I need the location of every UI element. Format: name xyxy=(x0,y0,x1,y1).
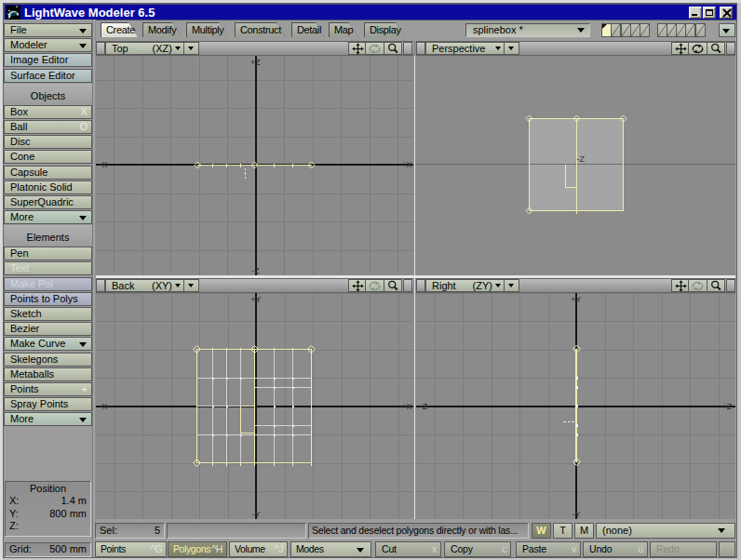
sidebar-item-platonic-solid[interactable]: Platonic Solid xyxy=(4,180,92,194)
tab-display[interactable]: Display xyxy=(364,22,405,37)
rotate-button-disabled[interactable] xyxy=(366,42,384,55)
viewport-divider-horizontal[interactable] xyxy=(96,275,735,278)
rotate-button-disabled[interactable] xyxy=(366,279,384,292)
sidebar-item-label: Modeler xyxy=(10,39,47,50)
mode-volume-button[interactable]: Volume^J xyxy=(229,541,288,557)
sidebar-item-surface-editor[interactable]: Surface Editor xyxy=(4,69,92,83)
sidebar-item-make-pol[interactable]: Make Pol xyxy=(4,277,92,291)
viewport-perspective-canvas[interactable]: -Z xyxy=(416,56,735,275)
sidebar-item-more-objects[interactable]: More xyxy=(4,210,92,224)
layer-dropdown-button[interactable] xyxy=(719,23,735,37)
rotate-button[interactable] xyxy=(689,42,707,55)
zoom-button[interactable] xyxy=(384,42,402,55)
copy-button[interactable]: Copyc xyxy=(444,541,511,557)
paste-button[interactable]: Pastev xyxy=(516,541,581,557)
sidebar-item-make-curve[interactable]: Make Curve xyxy=(4,337,92,351)
sidebar-item-ball[interactable]: BallO xyxy=(4,120,92,134)
sidebar-item-skelegons[interactable]: Skelegons xyxy=(4,353,92,367)
sidebar-item-spray-points[interactable]: Spray Points xyxy=(4,397,92,411)
zoom-button[interactable] xyxy=(707,279,725,292)
maximize-button[interactable] xyxy=(703,7,716,19)
object-selector[interactable]: splinebox * xyxy=(465,23,590,37)
tab-map[interactable]: Map xyxy=(329,22,358,37)
sidebar-item-label: More xyxy=(10,211,34,222)
sidebar-item-modeler[interactable]: Modeler xyxy=(4,38,92,52)
cut-button[interactable]: Cutx xyxy=(375,541,441,557)
chevron-down-icon xyxy=(175,47,181,50)
vertex-map-dropdown[interactable]: (none) xyxy=(596,523,735,539)
viewport-handle[interactable] xyxy=(726,42,735,55)
sidebar-item-label: Spray Points xyxy=(10,398,68,409)
zoom-button[interactable] xyxy=(707,42,725,55)
mode-points-button[interactable]: Points^G xyxy=(95,541,167,557)
viewport-handle[interactable] xyxy=(416,42,425,55)
sidebar-item-pen[interactable]: Pen xyxy=(4,247,92,260)
sidebar-item-points[interactable]: Points+ xyxy=(4,382,92,396)
sidebar-item-superquadric[interactable]: SuperQuadric xyxy=(4,195,92,209)
morph-mode-button[interactable]: M xyxy=(574,523,594,539)
modes-dropdown-button[interactable]: Modes xyxy=(290,541,371,557)
close-button[interactable] xyxy=(720,7,733,19)
sidebar-item-text[interactable]: Text xyxy=(4,261,92,275)
sidebar-item-more-elements[interactable]: More xyxy=(4,412,92,426)
viewport-handle[interactable] xyxy=(96,279,105,292)
tab-multiply[interactable]: Multiply xyxy=(186,22,228,37)
sidebar-item-image-editor[interactable]: Image Editor xyxy=(4,53,92,67)
viewport-top-canvas[interactable]: +Z -Z -X +X xyxy=(96,56,413,275)
title-bar[interactable]: LightWave Modeler 6.5 xyxy=(4,4,737,20)
sidebar-item-metaballs[interactable]: Metaballs xyxy=(4,367,92,381)
viewport-back-canvas[interactable]: +Y -Y -X +X xyxy=(96,293,413,519)
texture-mode-button[interactable]: T xyxy=(553,523,573,539)
redo-button[interactable]: Redo xyxy=(650,541,717,557)
viewport-style-dropdown[interactable] xyxy=(184,42,199,55)
selection-count-box: Sel: 5 xyxy=(95,523,165,539)
viewport-divider-vertical[interactable] xyxy=(413,56,416,519)
viewport-type-dropdown-perspective[interactable]: Perspective xyxy=(425,42,505,55)
viewport-handle[interactable] xyxy=(96,42,105,55)
viewport-type-dropdown-right[interactable]: Right (ZY) xyxy=(425,279,505,292)
tab-modify[interactable]: Modify xyxy=(142,22,182,37)
rotate-button-disabled[interactable] xyxy=(689,279,707,292)
pan-button[interactable] xyxy=(671,42,689,55)
weight-mode-button[interactable]: W xyxy=(532,523,551,539)
tab-construct[interactable]: Construct xyxy=(235,22,286,37)
sidebar-item-sketch[interactable]: Sketch xyxy=(4,307,92,321)
undo-button[interactable]: Undou xyxy=(583,541,648,557)
sidebar-item-disc[interactable]: Disc xyxy=(4,135,92,149)
spacer-button[interactable] xyxy=(719,541,735,557)
pan-button[interactable] xyxy=(348,42,366,55)
viewport-type-dropdown-back[interactable]: Back (XY) xyxy=(105,279,184,292)
tab-label: Construct xyxy=(240,23,281,36)
sidebar-item-cone[interactable]: Cone xyxy=(4,150,92,164)
layer-button-10[interactable] xyxy=(695,23,706,37)
viewport-style-dropdown[interactable] xyxy=(505,42,519,55)
viewport-handle[interactable] xyxy=(726,279,735,292)
shortcut-label: x xyxy=(432,542,437,556)
status-field[interactable] xyxy=(167,523,306,539)
pan-button[interactable] xyxy=(348,279,366,292)
tab-detail[interactable]: Detail xyxy=(291,22,325,37)
viewport-handle[interactable] xyxy=(403,279,412,292)
tab-create[interactable]: Create xyxy=(101,22,138,37)
grid-label: Grid: xyxy=(9,543,32,556)
layer-button-5[interactable] xyxy=(640,23,650,37)
mode-polygons-button[interactable]: Polygons^H xyxy=(168,541,227,557)
viewport-handle[interactable] xyxy=(416,279,425,292)
sidebar-item-bezier[interactable]: Bezier xyxy=(4,322,92,336)
sidebar-item-capsule[interactable]: Capsule xyxy=(4,166,92,180)
position-x-value: 1.4 m xyxy=(61,495,87,508)
tab-label: Map xyxy=(334,23,353,36)
minimize-icon xyxy=(692,14,697,16)
viewport-type-dropdown-top[interactable]: Top (XZ) xyxy=(105,42,184,55)
sidebar-item-points-to-polys[interactable]: Points to Polys xyxy=(4,292,92,306)
viewport-style-dropdown[interactable] xyxy=(184,279,199,292)
minimize-button[interactable] xyxy=(689,7,702,19)
pan-button[interactable] xyxy=(671,279,689,292)
viewport-right-canvas[interactable]: +Y -Y -Z +Z xyxy=(416,293,735,519)
sidebar-item-box[interactable]: BoxX xyxy=(4,105,92,119)
viewport-handle[interactable] xyxy=(403,42,412,55)
viewport-style-dropdown[interactable] xyxy=(505,279,519,292)
sidebar-group-objects: Objects xyxy=(4,84,92,105)
zoom-button[interactable] xyxy=(384,279,402,292)
sidebar-item-file[interactable]: File xyxy=(4,23,92,37)
